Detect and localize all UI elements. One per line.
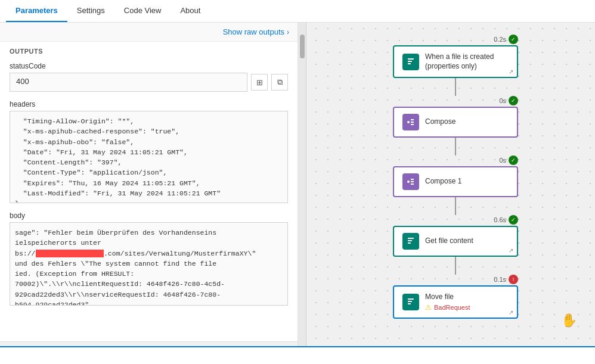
body-line-3: bs:// .com/sites/Verwaltung/MusterfirmaX… <box>15 248 283 259</box>
header-line-8: "Last-Modified": "Fri, 31 May 2024 11:05… <box>15 188 283 198</box>
move-file-label: Move file <box>425 293 470 302</box>
copy-icon-button[interactable]: ⧉ <box>271 74 288 91</box>
get-file-label: Get file content <box>425 237 473 246</box>
show-outputs-label: Show raw outputs <box>223 27 284 36</box>
move-file-icon <box>402 294 419 310</box>
compose-label: Compose <box>425 117 455 127</box>
copy-icon: ⧉ <box>277 77 283 87</box>
scroll-thumb <box>300 35 305 58</box>
body-line-6: 70002)\".\\r\\nclientRequestId: 4648f426… <box>15 279 283 289</box>
bad-request-label: BadRequest <box>434 304 470 311</box>
node-container-move-file: 0.1s ! Move file ⚠ BadRequest ↗ <box>393 275 518 319</box>
node-time-move-file: 0.1s <box>494 276 506 283</box>
trigger-link-icon: ↗ <box>509 69 513 75</box>
headers-label: headers <box>10 100 288 108</box>
body-line-8: b594-929cad22ded3" <box>15 300 283 306</box>
header-line-2: "x-ms-apihub-cached-response": "true", <box>15 126 283 136</box>
outputs-section: OUTPUTS statusCode 400 ⊞ ⧉ headers "Timi… <box>0 42 298 341</box>
body-label: body <box>10 211 288 220</box>
node-container-compose: 0s ✓ Compose <box>393 96 518 138</box>
svg-point-1 <box>407 181 410 183</box>
compose-icon <box>402 114 419 130</box>
body-line-7: 929cad22ded3\\r\\nserviceRequestId: 4648… <box>15 290 283 300</box>
grid-icon: ⊞ <box>256 78 263 87</box>
show-outputs-button[interactable]: Show raw outputs › <box>223 27 289 36</box>
status-code-label: statusCode <box>10 62 288 70</box>
node-container-get-file: 0.6s ✓ Get file content ↗ <box>393 215 518 257</box>
connector-2 <box>455 138 456 155</box>
node-time-compose: 0s <box>499 97 506 104</box>
status-success-compose1: ✓ <box>509 155 518 165</box>
header-line-3: "x-ms-apihub-obo": "false", <box>15 137 283 147</box>
node-container-trigger: 0.2s ✓ When a file is created(properties… <box>393 35 518 78</box>
redacted-url <box>36 250 104 257</box>
node-time-get-file: 0.6s <box>494 216 506 223</box>
main-layout: Show raw outputs › OUTPUTS statusCode 40… <box>0 23 595 346</box>
status-success-get-file: ✓ <box>509 215 518 225</box>
body-line-1: sage": "Fehler beim Überprüfen des Vorha… <box>15 228 283 238</box>
header-line-5: "Content-Length": "397", <box>15 157 283 167</box>
left-panel-bottom <box>0 341 298 346</box>
connector-1 <box>455 78 456 96</box>
node-container-compose1: 0s ✓ Compose 1 <box>393 155 518 197</box>
trigger-icon <box>402 54 419 70</box>
node-time-compose1: 0s <box>499 157 506 164</box>
connector-4 <box>455 257 456 275</box>
status-error-move-file: ! <box>509 275 518 284</box>
hand-cursor-icon: ✋ <box>561 313 577 328</box>
get-file-link-icon: ↗ <box>509 247 513 254</box>
compose1-label: Compose 1 <box>425 177 461 186</box>
status-code-container: 400 ⊞ ⧉ <box>10 73 288 92</box>
move-file-link-icon: ↗ <box>509 309 513 316</box>
tab-parameters[interactable]: Parameters <box>6 0 67 22</box>
node-meta-compose1: 0s ✓ <box>499 155 518 165</box>
vertical-scrollbar[interactable] <box>298 23 306 346</box>
node-meta-compose: 0s ✓ <box>499 96 518 105</box>
connector-3 <box>455 197 456 215</box>
header-line-7: "Expires": "Thu, 16 May 2024 11:05:21 GM… <box>15 178 283 188</box>
header-line-6: "Content-Type": "application/json", <box>15 167 283 178</box>
tab-code-view[interactable]: Code View <box>114 0 171 22</box>
node-meta-trigger: 0.2s ✓ <box>494 35 518 44</box>
workflow-canvas: 0.2s ✓ When a file is created(properties… <box>316 23 595 346</box>
chevron-right-icon: › <box>287 28 289 36</box>
body-line-4: und des Fehlers \"The system cannot find… <box>15 259 283 269</box>
node-meta-get-file: 0.6s ✓ <box>494 215 518 225</box>
svg-point-0 <box>407 121 410 123</box>
compose1-icon <box>402 173 419 190</box>
trigger-label: When a file is created(properties only) <box>425 52 494 71</box>
node-meta-move-file: 0.1s ! <box>494 275 518 284</box>
node-move-file[interactable]: Move file ⚠ BadRequest ↗ <box>393 285 518 319</box>
show-outputs-bar: Show raw outputs › <box>0 23 298 42</box>
move-file-warning: ⚠ BadRequest <box>425 303 470 312</box>
body-section: body sage": "Fehler beim Überprüfen des … <box>10 211 288 306</box>
header-line-1: "Timing-Allow-Origin": "*", <box>15 116 283 126</box>
warning-triangle-icon: ⚠ <box>425 303 432 312</box>
node-time-trigger: 0.2s <box>494 36 506 43</box>
status-success-trigger: ✓ <box>509 35 518 44</box>
move-file-content: Move file ⚠ BadRequest <box>425 293 470 312</box>
right-panel: 0.2s ✓ When a file is created(properties… <box>298 23 595 346</box>
outputs-title: OUTPUTS <box>10 48 288 55</box>
headers-content[interactable]: "Timing-Allow-Origin": "*", "x-ms-apihub… <box>10 111 288 203</box>
tabs-bar: Parameters Settings Code View About <box>0 0 595 23</box>
body-content[interactable]: sage": "Fehler beim Überprüfen des Vorha… <box>10 222 288 306</box>
node-get-file[interactable]: Get file content ↗ <box>393 226 518 257</box>
headers-section: headers "Timing-Allow-Origin": "*", "x-m… <box>10 100 288 203</box>
header-line-9: } <box>15 198 283 203</box>
status-success-compose: ✓ <box>509 96 518 105</box>
header-line-4: "Date": "Fri, 31 May 2024 11:05:21 GMT", <box>15 147 283 157</box>
left-panel: Show raw outputs › OUTPUTS statusCode 40… <box>0 23 298 346</box>
tab-about[interactable]: About <box>171 0 210 22</box>
node-compose1[interactable]: Compose 1 <box>393 166 518 197</box>
body-line-2: ielspeicherorts unter <box>15 238 283 248</box>
grid-icon-button[interactable]: ⊞ <box>251 74 268 91</box>
get-file-icon <box>402 233 419 250</box>
node-trigger[interactable]: When a file is created(properties only) … <box>393 45 518 78</box>
status-code-value: 400 <box>10 73 247 92</box>
bottom-strip <box>0 346 595 364</box>
node-compose[interactable]: Compose <box>393 107 518 138</box>
body-line-5: ied. (Exception from HRESULT: <box>15 269 283 279</box>
tab-settings[interactable]: Settings <box>67 0 114 22</box>
